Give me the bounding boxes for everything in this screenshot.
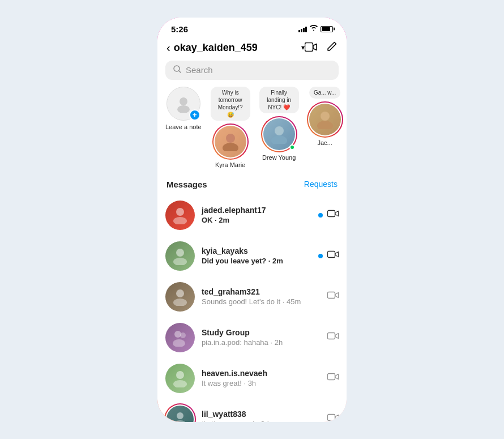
username-label: okay_kaiden_459	[174, 42, 300, 54]
message-actions	[318, 250, 339, 262]
svg-point-10	[317, 121, 333, 129]
plus-badge: +	[189, 109, 200, 121]
svg-rect-29	[328, 415, 335, 421]
jac-label: Jac...	[317, 139, 332, 146]
svg-rect-23	[328, 333, 335, 339]
svg-point-3	[180, 97, 187, 105]
status-icons	[298, 25, 333, 33]
message-info: jaded.elephant17 OK · 2m	[202, 206, 311, 224]
svg-point-14	[176, 249, 184, 257]
message-preview: Sounds good! Let's do it · 45m	[202, 297, 321, 306]
svg-point-21	[180, 333, 186, 338]
story-kyra-marie[interactable]: Why is tomorrow Monday!? 😅 Ky	[211, 87, 250, 168]
camera-icon[interactable]	[327, 291, 339, 302]
message-username: lil_wyatt838	[202, 410, 321, 419]
message-item[interactable]: jaded.elephant17 OK · 2m	[157, 195, 347, 236]
message-info: heaven.is.nevaeh It was great! · 3h	[202, 369, 321, 387]
message-actions	[327, 372, 339, 384]
avatar	[165, 241, 195, 271]
svg-rect-0	[305, 42, 313, 51]
story-drew-young[interactable]: Finally landing in NYC! ❤️	[259, 87, 299, 161]
status-time: 5:26	[171, 24, 188, 34]
avatar	[165, 282, 195, 312]
svg-point-20	[174, 331, 181, 338]
message-preview: pia.in.a.pod: hahaha · 2h	[202, 338, 321, 347]
phone-frame: 5:26	[156, 16, 348, 424]
svg-point-12	[173, 217, 187, 224]
signal-icon	[298, 25, 307, 32]
message-item[interactable]: lil_wyatt838 that's awesome! · 3d	[157, 399, 347, 422]
content-wrapper: Search +	[157, 61, 347, 422]
kyra-marie-label: Kyra Marie	[215, 161, 245, 168]
message-preview: It was great! · 3h	[202, 379, 321, 387]
message-preview: that's awesome! · 3d	[202, 420, 321, 422]
message-item[interactable]: Study Group pia.in.a.pod: hahaha · 2h	[157, 317, 347, 358]
avatar	[165, 201, 195, 230]
svg-point-27	[177, 412, 183, 419]
phone-inner: 5:26	[157, 18, 347, 422]
svg-point-7	[275, 126, 284, 135]
camera-icon[interactable]	[327, 413, 339, 422]
svg-rect-16	[328, 252, 335, 258]
kyra-note-bubble: Why is tomorrow Monday!? 😅	[211, 87, 250, 121]
svg-point-15	[173, 258, 187, 265]
svg-point-6	[223, 143, 238, 151]
battery-icon	[321, 26, 333, 32]
svg-point-25	[173, 380, 187, 387]
svg-point-17	[176, 289, 184, 297]
drew-note-bubble: Finally landing in NYC! ❤️	[259, 87, 299, 113]
search-bar[interactable]: Search	[165, 61, 339, 80]
svg-point-11	[176, 208, 184, 216]
camera-icon[interactable]	[327, 331, 339, 343]
message-actions	[327, 291, 339, 302]
search-placeholder: Search	[186, 65, 213, 75]
status-bar: 5:26	[157, 18, 347, 37]
stories-row: + Leave a note Why is tomorrow Monday!? …	[157, 87, 347, 177]
requests-link[interactable]: Requests	[304, 180, 338, 189]
message-actions	[327, 331, 339, 343]
svg-point-4	[177, 105, 190, 113]
unread-indicator	[318, 213, 323, 218]
story-jac[interactable]: Ga... w... Jac...	[308, 87, 342, 146]
camera-icon[interactable]	[327, 250, 339, 262]
svg-point-9	[321, 112, 330, 121]
story-leave-note[interactable]: + Leave a note	[165, 87, 202, 130]
svg-rect-26	[328, 374, 335, 380]
message-username: ted_graham321	[202, 287, 321, 296]
search-icon	[173, 65, 181, 75]
header-icons	[305, 41, 338, 55]
svg-point-24	[176, 371, 184, 379]
drew-young-label: Drew Young	[262, 154, 296, 161]
avatar	[165, 364, 195, 393]
svg-point-8	[271, 135, 287, 144]
message-info: kyia_kayaks Did you leave yet? · 2m	[202, 246, 311, 265]
message-preview: Did you leave yet? · 2m	[202, 257, 311, 265]
svg-point-5	[226, 134, 235, 143]
message-info: ted_graham321 Sounds good! Let's do it ·…	[202, 287, 321, 306]
message-username: Study Group	[202, 328, 321, 337]
message-actions	[327, 413, 339, 422]
scrollable-content: + Leave a note Why is tomorrow Monday!? …	[157, 87, 347, 422]
wifi-icon	[310, 25, 318, 33]
messages-header: Messages Requests	[157, 177, 347, 195]
online-indicator	[289, 144, 295, 150]
message-item[interactable]: kyia_kayaks Did you leave yet? · 2m	[157, 236, 347, 276]
messages-title: Messages	[166, 180, 207, 189]
message-info: Study Group pia.in.a.pod: hahaha · 2h	[202, 328, 321, 347]
jac-note-bubble: Ga... w...	[309, 87, 340, 99]
message-username: kyia_kayaks	[202, 246, 311, 255]
unread-indicator	[318, 254, 323, 258]
message-info: lil_wyatt838 that's awesome! · 3d	[202, 410, 321, 422]
message-item[interactable]: ted_graham321 Sounds good! Let's do it ·…	[157, 276, 347, 317]
message-item[interactable]: heaven.is.nevaeh It was great! · 3h	[157, 358, 347, 399]
svg-point-22	[173, 339, 185, 347]
camera-icon[interactable]	[327, 372, 339, 384]
video-icon[interactable]	[305, 41, 317, 54]
svg-point-18	[173, 299, 187, 306]
camera-icon[interactable]	[327, 209, 339, 221]
message-list: jaded.elephant17 OK · 2m	[157, 195, 347, 422]
header: ‹ okay_kaiden_459 ▾	[157, 37, 347, 61]
compose-icon[interactable]	[326, 41, 338, 55]
avatar	[165, 323, 195, 352]
back-button[interactable]: ‹	[166, 41, 170, 54]
